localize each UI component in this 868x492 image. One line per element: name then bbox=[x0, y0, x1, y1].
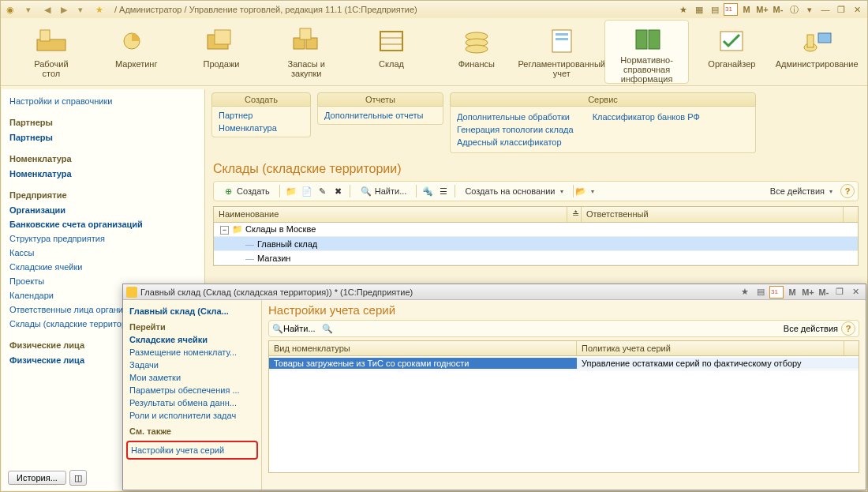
cmd-address-classifier[interactable]: Адресный классификатор bbox=[457, 136, 574, 148]
svg-rect-16 bbox=[556, 38, 568, 40]
svg-rect-17 bbox=[636, 30, 647, 49]
cmd-bank-classifier[interactable]: Классификатор банков РФ bbox=[593, 111, 700, 123]
nav-bank-accounts[interactable]: Банковские счета организаций bbox=[9, 217, 196, 231]
grid-head-sort[interactable]: ≛ bbox=[567, 207, 582, 222]
favorite-icon[interactable]: ★ bbox=[92, 2, 107, 17]
inner-nav-seealso: См. также bbox=[129, 426, 255, 438]
section-finance[interactable]: Финансы bbox=[434, 20, 519, 84]
dropdown-icon[interactable]: ▾ bbox=[73, 2, 88, 17]
favorites-icon[interactable]: ★ bbox=[676, 3, 690, 16]
nav-nomenclature[interactable]: Номенклатура bbox=[9, 167, 196, 181]
cmd-additional-processing[interactable]: Дополнительные обработки bbox=[457, 111, 574, 123]
svg-rect-8 bbox=[380, 32, 402, 51]
nav-enterprise-structure[interactable]: Структура предприятия bbox=[9, 231, 196, 246]
section-marketing[interactable]: Маркетинг bbox=[94, 20, 179, 84]
section-refdata[interactable]: Нормативно-справочнаяинформация bbox=[604, 20, 690, 84]
inner-toolbar: 🔍Найти... 🔍 Все действия ? bbox=[268, 320, 859, 337]
grid-icon[interactable]: ▦ bbox=[692, 3, 706, 16]
svg-rect-18 bbox=[649, 30, 660, 49]
inner-nav-placement[interactable]: Размещение номенклату... bbox=[129, 346, 255, 359]
nav-settings-ref[interactable]: Настройки и справочники bbox=[9, 94, 196, 108]
inner-nav-series-settings[interactable]: Настройки учета серий bbox=[131, 444, 253, 456]
restore-button[interactable]: ❐ bbox=[834, 3, 848, 16]
go-button[interactable]: 📂 bbox=[578, 185, 591, 197]
calendar-icon[interactable] bbox=[769, 286, 784, 299]
delete-button[interactable]: ✖ bbox=[332, 185, 345, 197]
cmd-create-partner[interactable]: Партнер bbox=[219, 109, 304, 122]
memory-mplus[interactable]: M+ bbox=[801, 286, 815, 299]
copy-button[interactable]: 📄 bbox=[301, 185, 313, 197]
inner-nav-tasks[interactable]: Задачи bbox=[129, 359, 255, 371]
calc-icon[interactable]: ▤ bbox=[754, 286, 768, 299]
find-button[interactable]: 🔍Найти... bbox=[355, 183, 412, 199]
table-row[interactable]: −📁Склады в Москве bbox=[214, 223, 858, 237]
memory-m[interactable]: M bbox=[785, 286, 799, 299]
cmd-create-nomenclature[interactable]: Номенклатура bbox=[219, 122, 304, 134]
clear-filter-button[interactable]: 🔩 bbox=[421, 185, 434, 197]
section-organizer[interactable]: Органайзер bbox=[689, 20, 774, 84]
create-based-button[interactable]: Создать на основании bbox=[460, 185, 567, 197]
nav-warehouse-cells[interactable]: Складские ячейки bbox=[9, 260, 196, 274]
create-button[interactable]: ⊕Создать bbox=[217, 183, 275, 199]
calendar-icon[interactable] bbox=[724, 3, 738, 16]
inner-nav-roles[interactable]: Роли и исполнители задач bbox=[129, 409, 255, 422]
app-logo-icon bbox=[126, 287, 137, 298]
memory-mplus[interactable]: M+ bbox=[755, 3, 769, 16]
minimize-button[interactable]: — bbox=[818, 3, 832, 16]
inner-nav-notes[interactable]: Мои заметки bbox=[129, 371, 255, 384]
section-desktop[interactable]: Рабочийстол bbox=[9, 20, 94, 84]
memory-mminus[interactable]: M- bbox=[817, 286, 831, 299]
section-sales[interactable]: Продажи bbox=[179, 20, 264, 84]
list-mode-button[interactable]: ☰ bbox=[437, 185, 450, 197]
grid-head-kind[interactable]: Вид номенклатуры bbox=[269, 341, 577, 355]
back-button[interactable]: ◀ bbox=[40, 2, 54, 17]
inner-nav-cells[interactable]: Складские ячейки bbox=[129, 333, 255, 346]
inner-nav-supply-params[interactable]: Параметры обеспечения ... bbox=[129, 384, 255, 396]
history-button[interactable]: История... bbox=[8, 471, 66, 485]
cmd-additional-reports[interactable]: Дополнительные отчеты bbox=[324, 109, 436, 122]
info-icon[interactable]: ⓘ bbox=[787, 3, 801, 16]
tree-toggle-icon[interactable]: − bbox=[220, 226, 229, 235]
grid-head-end bbox=[844, 207, 858, 222]
nav-cashboxes[interactable]: Кассы bbox=[9, 246, 196, 260]
table-row[interactable]: Товары загруженые из ТиС со сроками годн… bbox=[269, 356, 859, 370]
table-row[interactable]: —Главный склад bbox=[214, 237, 858, 251]
dropdown-icon[interactable]: ▾ bbox=[21, 2, 36, 17]
table-row[interactable]: —Магазин bbox=[214, 251, 858, 265]
grid-head-end bbox=[844, 341, 859, 355]
all-actions-button[interactable]: Все действия bbox=[765, 185, 837, 197]
cancel-find-button[interactable]: 🔍 bbox=[322, 324, 333, 334]
new-folder-button[interactable]: 📁 bbox=[285, 185, 297, 197]
panels-button[interactable]: ◫ bbox=[69, 470, 87, 486]
inner-left-nav: Главный склад (Скла... Перейти Складские… bbox=[123, 300, 262, 490]
favorites-icon[interactable]: ★ bbox=[738, 286, 752, 299]
cmd-topology-gen[interactable]: Генерация топологии склада bbox=[457, 123, 574, 136]
help-button[interactable]: ? bbox=[841, 321, 855, 336]
edit-button[interactable]: ✎ bbox=[316, 185, 329, 197]
section-admin[interactable]: Администрирование bbox=[774, 20, 859, 84]
memory-mminus[interactable]: M- bbox=[771, 3, 785, 16]
grid-head-responsible[interactable]: Ответственный bbox=[582, 207, 844, 222]
section-inventory[interactable]: Запасы изакупки bbox=[264, 20, 349, 84]
close-button[interactable]: ✕ bbox=[848, 286, 862, 299]
find-button[interactable]: 🔍Найти... bbox=[272, 324, 316, 334]
section-warehouse[interactable]: Склад bbox=[349, 20, 434, 84]
close-button[interactable]: ✕ bbox=[850, 3, 864, 16]
grid-head-policy[interactable]: Политика учета серий bbox=[577, 341, 844, 355]
forward-button[interactable]: ▶ bbox=[57, 2, 71, 17]
cmd-group-service: Сервис bbox=[450, 92, 756, 107]
restore-button[interactable]: ❐ bbox=[832, 286, 847, 299]
inner-nav-header[interactable]: Главный склад (Скла... bbox=[129, 305, 255, 317]
all-actions-button[interactable]: Все действия bbox=[784, 324, 838, 333]
memory-m[interactable]: M bbox=[739, 3, 754, 16]
series-settings-grid: Вид номенклатуры Политика учета серий То… bbox=[268, 340, 859, 473]
cmd-group-reports: Отчеты bbox=[317, 92, 443, 107]
inner-nav-exchange-results[interactable]: Результаты обмена данн... bbox=[129, 396, 255, 409]
nav-partners[interactable]: Партнеры bbox=[9, 130, 196, 145]
calc-icon[interactable]: ▤ bbox=[708, 3, 722, 16]
grid-head-name[interactable]: Наименование bbox=[214, 207, 567, 222]
dropdown-icon[interactable]: ▾ bbox=[803, 3, 817, 16]
section-regaccounting[interactable]: Регламентированныйучет bbox=[519, 20, 604, 84]
help-button[interactable]: ? bbox=[840, 184, 855, 198]
nav-organizations[interactable]: Организации bbox=[9, 203, 196, 217]
